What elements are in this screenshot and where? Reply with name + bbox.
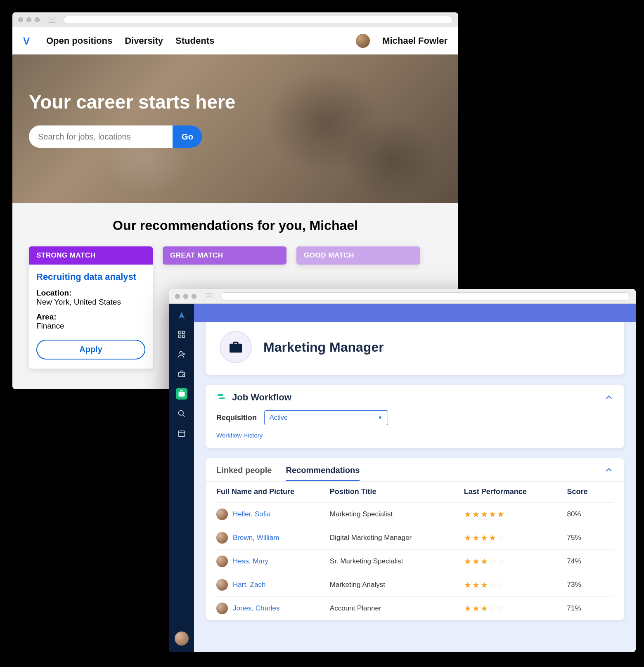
search-bar: Go (29, 125, 202, 148)
sidebar-calendar-icon[interactable] (176, 428, 187, 439)
window-chrome: <> (12, 12, 458, 27)
score-value: 80% (567, 510, 613, 518)
tab-recommendations[interactable]: Recommendations (286, 466, 360, 481)
traffic-dot-max[interactable] (192, 294, 197, 299)
url-bar[interactable] (64, 16, 452, 24)
ats-window: <> (169, 289, 636, 652)
table-row: Hess, MarySr. Marketing Specialist★★★☆☆7… (216, 549, 613, 573)
requisition-label: Requisition (216, 414, 257, 422)
svg-rect-14 (219, 397, 225, 399)
score-value: 71% (567, 604, 613, 613)
recommendations-panel: Linked people Recommendations Full Name … (206, 458, 624, 620)
job-title[interactable]: Recruiting data analyst (36, 271, 145, 283)
user-name-label: Michael Fowler (382, 35, 447, 46)
window-chrome: <> (169, 289, 636, 304)
search-go-button[interactable]: Go (173, 125, 202, 148)
sidebar-user-avatar[interactable] (175, 632, 189, 646)
position-value: Sr. Marketing Specialist (330, 557, 464, 565)
person-name-link[interactable]: Brown, William (233, 534, 279, 542)
top-nav: V Open positions Diversity Students Mich… (12, 27, 458, 54)
person-name-link[interactable]: Heller, Sofia (233, 510, 271, 518)
svg-rect-13 (218, 394, 223, 396)
user-avatar[interactable] (356, 34, 370, 48)
hero-title: Your career starts here (29, 91, 442, 113)
svg-rect-1 (182, 331, 185, 334)
url-bar[interactable] (220, 292, 630, 300)
ats-logo-icon[interactable] (177, 311, 186, 320)
match-badge: GREAT MATCH (163, 246, 286, 265)
search-input[interactable] (29, 125, 173, 148)
traffic-dot-min[interactable] (26, 17, 31, 22)
chevron-down-icon: ▼ (378, 415, 383, 421)
match-badge: GOOD MATCH (296, 246, 420, 265)
star-rating: ★★★★☆ (464, 533, 567, 543)
position-value: Marketing Specialist (330, 510, 464, 518)
nav-students[interactable]: Students (175, 35, 214, 46)
workflow-panel: Job Workflow Requisition Active ▼ (206, 385, 624, 448)
svg-line-10 (183, 415, 185, 417)
svg-rect-8 (179, 392, 185, 397)
traffic-dot-close[interactable] (18, 17, 23, 22)
rec-card-great: GREAT MATCH (163, 246, 286, 265)
col-performance: Last Performance (464, 487, 567, 496)
job-title-card: Marketing Manager (206, 322, 624, 375)
brand-logo-icon[interactable]: V (23, 35, 34, 46)
ats-topbar (194, 304, 636, 322)
svg-point-9 (179, 411, 184, 416)
avatar (216, 509, 228, 520)
avatar (216, 603, 228, 614)
location-value: New York, United States (36, 298, 145, 307)
sidebar-briefcase-settings-icon[interactable] (176, 368, 187, 380)
nav-back-forward-icon[interactable]: <> (205, 293, 213, 299)
person-name-link[interactable]: Hess, Mary (233, 557, 268, 565)
person-name-link[interactable]: Jones, Charles (233, 604, 279, 613)
sidebar-people-icon[interactable] (176, 348, 187, 360)
traffic-dot-max[interactable] (35, 17, 40, 22)
area-value: Finance (36, 322, 145, 331)
svg-point-5 (183, 353, 184, 355)
nav-diversity[interactable]: Diversity (125, 35, 163, 46)
workflow-history-link[interactable]: Workflow History (216, 432, 263, 439)
avatar (216, 579, 228, 591)
star-rating: ★★★☆☆ (464, 603, 567, 613)
position-value: Marketing Analyst (330, 581, 464, 589)
chevron-up-icon[interactable] (604, 393, 613, 402)
apply-button[interactable]: Apply (36, 340, 145, 360)
table-row: Brown, WilliamDigital Marketing Manager★… (216, 526, 613, 549)
workflow-heading: Job Workflow (232, 392, 291, 403)
chevron-up-icon[interactable] (604, 466, 613, 481)
job-title-text: Marketing Manager (263, 340, 384, 355)
match-badge: STRONG MATCH (29, 246, 153, 265)
star-rating: ★★★★★ (464, 509, 567, 519)
requisition-select[interactable]: Active ▼ (264, 410, 388, 425)
sidebar-jobs-icon[interactable] (176, 388, 187, 400)
ats-main: Marketing Manager Job Workflow (194, 304, 636, 652)
table-row: Jones, CharlesAccount Planner★★★☆☆71% (216, 596, 613, 620)
position-value: Account Planner (330, 604, 464, 613)
workflow-icon (216, 393, 226, 402)
col-score: Score (567, 487, 613, 496)
sidebar-dashboard-icon[interactable] (176, 329, 187, 340)
sidebar-search-icon[interactable] (176, 408, 187, 419)
svg-point-7 (183, 375, 185, 377)
svg-rect-2 (179, 335, 181, 338)
nav-back-forward-icon[interactable]: <> (48, 17, 56, 23)
score-value: 73% (567, 581, 613, 589)
table-row: Heller, SofiaMarketing Specialist★★★★★80… (216, 502, 613, 526)
traffic-dot-close[interactable] (175, 294, 180, 299)
score-value: 75% (567, 534, 613, 542)
col-position: Position Title (330, 487, 464, 496)
person-name-link[interactable]: Hart, Zach (233, 581, 265, 589)
hero-banner: Your career starts here Go (12, 54, 458, 203)
position-value: Digital Marketing Manager (330, 534, 464, 542)
score-value: 74% (567, 557, 613, 565)
rec-card-good: GOOD MATCH (296, 246, 420, 265)
traffic-dot-min[interactable] (183, 294, 188, 299)
nav-open-positions[interactable]: Open positions (46, 35, 112, 46)
avatar (216, 556, 228, 567)
tab-linked-people[interactable]: Linked people (216, 466, 272, 481)
ats-sidebar (169, 304, 194, 652)
col-name: Full Name and Picture (216, 487, 330, 496)
avatar (216, 532, 228, 544)
svg-rect-0 (179, 331, 181, 334)
